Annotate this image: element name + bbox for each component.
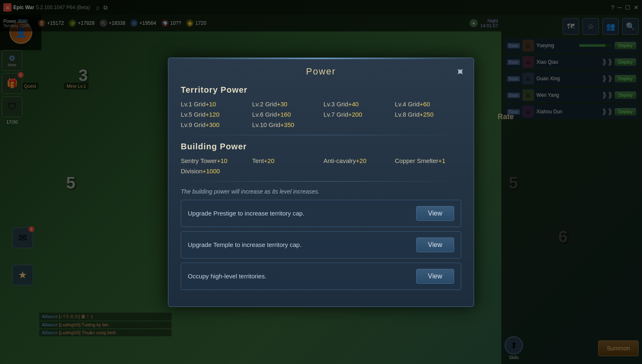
territory-level-3: Lv.3 Grid+40: [323, 101, 390, 108]
building-anticavalry: Anti-cavalry+20: [323, 157, 390, 164]
territory-level-5: Lv.5 Grid+120: [181, 111, 247, 118]
action-row-1: Upgrade Prestige to increase territory c…: [181, 200, 461, 227]
action-row-3: Occupy high-level territories. View: [181, 263, 461, 290]
building-power-title: Building Power: [181, 142, 461, 151]
modal-title: Power: [181, 66, 461, 77]
view-button-3[interactable]: View: [416, 269, 454, 284]
building-copper: Copper Smelter+1: [395, 157, 462, 164]
action-text-2: Upgrade Temple to increase territory cap…: [188, 241, 411, 248]
modal-close-button[interactable]: ✦: [450, 63, 469, 81]
modal-panel: Power ✦ Territory Power Lv.1 Grid+10 Lv.…: [168, 57, 474, 307]
building-sentry: Sentry Tower+10: [181, 157, 247, 164]
power-description: The building power will increase as its …: [181, 188, 461, 195]
territory-level-2: Lv.2 Grid+30: [252, 101, 319, 108]
action-text-1: Upgrade Prestige to increase territory c…: [188, 210, 411, 217]
territory-level-9: Lv.9 Grid+300: [181, 121, 247, 128]
territory-level-7: Lv.7 Grid+200: [323, 111, 390, 118]
territory-power-grid: Lv.1 Grid+10 Lv.2 Grid+30 Lv.3 Grid+40 L…: [181, 101, 461, 128]
divider-2: [181, 181, 461, 182]
action-row-2: Upgrade Temple to increase territory cap…: [181, 231, 461, 259]
territory-power-title: Territory Power: [181, 85, 461, 95]
action-text-3: Occupy high-level territories.: [188, 273, 411, 280]
view-button-1[interactable]: View: [416, 206, 454, 221]
territory-level-10: Lv.10 Grid+350: [252, 121, 319, 128]
territory-level-4: Lv.4 Grid+60: [395, 101, 462, 108]
view-button-2[interactable]: View: [416, 237, 454, 252]
territory-level-1: Lv.1 Grid+10: [181, 101, 247, 108]
territory-level-6: Lv.6 Grid+160: [252, 111, 319, 118]
territory-level-8: Lv.8 Grid+250: [395, 111, 462, 118]
close-x-icon: ✦: [452, 64, 467, 79]
divider-1: [181, 135, 461, 135]
building-power-grid: Sentry Tower+10 Tent+20 Anti-cavalry+20 …: [181, 157, 461, 175]
building-tent: Tent+20: [252, 157, 319, 164]
modal-overlay: Power ✦ Territory Power Lv.1 Grid+10 Lv.…: [0, 0, 642, 364]
building-division: Division+1000: [181, 168, 247, 175]
